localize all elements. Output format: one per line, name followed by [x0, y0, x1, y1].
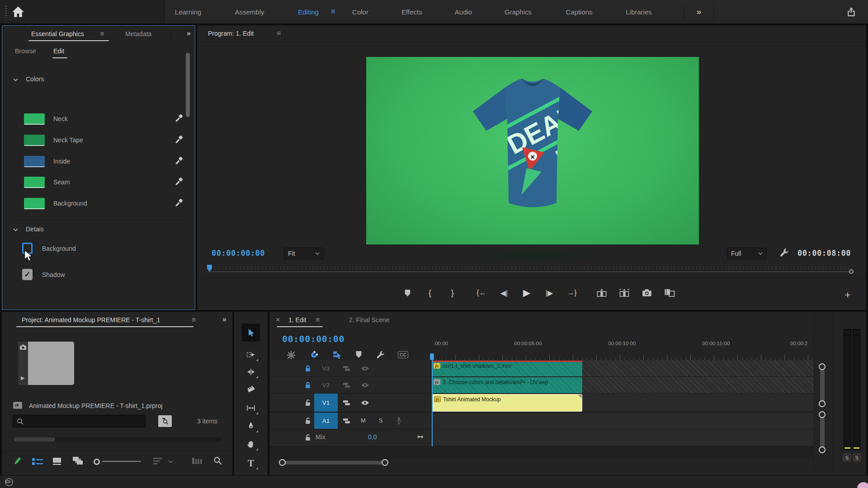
workspace-menu-icon[interactable]: ≡ — [331, 0, 335, 23]
track-content-v1[interactable]: fx Tshirt Animated Mockup — [432, 394, 814, 412]
razor-tool[interactable] — [242, 381, 260, 397]
workspace-tab-assembly[interactable]: Assembly — [235, 0, 264, 23]
slip-tool[interactable] — [242, 400, 260, 416]
voiceover-mic-icon[interactable] — [396, 417, 402, 425]
mix-volume-value[interactable]: 0,0 — [368, 433, 377, 441]
workspace-tab-libraries[interactable]: Libraries — [626, 0, 652, 23]
details-section-chevron-icon[interactable] — [13, 228, 18, 231]
lock-open-icon[interactable] — [305, 417, 311, 425]
selection-tool[interactable] — [242, 324, 260, 342]
colors-section-header[interactable]: Colors — [26, 75, 44, 83]
export-frame-camera-icon[interactable] — [640, 289, 654, 297]
comparison-view-button[interactable] — [663, 289, 676, 297]
essential-graphics-scrollbar[interactable] — [186, 53, 190, 117]
tab-metadata[interactable]: Metadata — [125, 30, 151, 38]
track-resize-handle[interactable] — [819, 446, 826, 453]
nest-sequences-icon[interactable] — [287, 351, 296, 360]
search-bin-button[interactable] — [158, 415, 172, 427]
workspace-tab-effects[interactable]: Effects — [401, 0, 422, 23]
eyedropper-icon[interactable] — [175, 114, 183, 122]
color-swatch-neck[interactable] — [24, 113, 45, 125]
track-output-eye-icon[interactable] — [361, 383, 369, 388]
timeline-settings-wrench-icon[interactable] — [376, 350, 385, 359]
track-content-v2[interactable]: fx 3. Choose colors and details/amPr - U… — [432, 377, 814, 394]
pen-tool[interactable] — [242, 418, 260, 434]
workspace-tab-learning[interactable]: Learning — [175, 0, 201, 23]
track-output-eye-icon[interactable] — [361, 366, 369, 371]
timeline-hzoom-handle-right[interactable] — [382, 459, 388, 466]
essential-graphics-panel-menu-icon[interactable]: ≡ — [100, 30, 104, 38]
track-resize-handle[interactable] — [819, 400, 826, 407]
sync-lock-icon[interactable] — [343, 366, 350, 371]
playback-resolution-select[interactable]: Full — [727, 248, 767, 259]
program-settings-wrench-icon[interactable] — [779, 248, 789, 258]
extract-button[interactable] — [618, 289, 631, 297]
workspace-tab-color[interactable]: Color — [352, 0, 368, 23]
timeline-empty-area[interactable] — [269, 446, 814, 459]
workspace-tab-graphics[interactable]: Graphics — [505, 0, 532, 23]
workspace-overflow-icon[interactable]: » — [697, 0, 701, 23]
project-panel-overflow-icon[interactable]: » — [222, 315, 226, 324]
lock-closed-icon[interactable] — [305, 365, 311, 372]
column-settings-icon[interactable] — [192, 457, 203, 465]
captions-display-icon[interactable]: CC — [398, 351, 408, 358]
hand-tool[interactable] — [242, 436, 260, 452]
type-tool[interactable]: T — [242, 455, 260, 471]
zoom-level-select[interactable]: Fit — [284, 248, 324, 259]
eyedropper-icon[interactable] — [175, 136, 183, 144]
solo-button[interactable]: S — [379, 417, 383, 424]
program-monitor-title[interactable]: Program: 1. Edit — [208, 30, 254, 37]
color-swatch-seam[interactable] — [24, 177, 45, 188]
sort-icon[interactable] — [153, 457, 163, 465]
color-swatch-background[interactable] — [24, 198, 45, 209]
timeline-playhead-line[interactable] — [432, 359, 433, 446]
keyframe-nav-icon[interactable]: ▸◂ — [418, 433, 422, 440]
project-panel-menu-icon[interactable]: ≡ — [192, 316, 196, 324]
color-swatch-neck-tape[interactable] — [24, 135, 45, 146]
project-search-box[interactable] — [13, 415, 146, 427]
mute-button[interactable]: M — [361, 417, 366, 424]
mark-in-button[interactable]: { — [423, 288, 437, 298]
essential-graphics-overflow-icon[interactable]: » — [187, 29, 191, 38]
writable-pencil-icon[interactable] — [13, 456, 22, 466]
color-swatch-inside[interactable] — [24, 156, 45, 167]
icon-view-icon[interactable] — [52, 457, 61, 465]
program-current-timecode[interactable]: 00:00:00:00 — [212, 249, 265, 258]
zoom-slider-knob[interactable] — [93, 458, 100, 465]
sequence-tab-1-edit[interactable]: 1. Edit — [288, 316, 307, 324]
eyedropper-icon[interactable] — [175, 178, 183, 186]
subtab-edit[interactable]: Edit — [53, 47, 64, 55]
ripple-edit-tool[interactable] — [242, 364, 260, 380]
timeline-hzoom-handle-left[interactable] — [279, 459, 286, 466]
project-preview-thumbnail[interactable]: ▶ — [18, 342, 74, 385]
snap-magnet-icon[interactable] — [309, 350, 319, 360]
meter-solo-right-button[interactable]: S — [853, 454, 861, 461]
project-panel-title[interactable]: Project: Animated Mockup PREMIERE - T-sh… — [22, 316, 160, 324]
zoom-slider-track[interactable] — [102, 461, 141, 462]
track-name-v1[interactable]: V1 — [314, 394, 338, 412]
home-icon[interactable] — [12, 6, 24, 18]
play-button[interactable]: ▶ — [520, 287, 533, 298]
lock-closed-icon[interactable] — [305, 381, 311, 389]
lift-button[interactable] — [595, 289, 609, 297]
sync-lock-icon[interactable] — [343, 400, 350, 406]
program-seekbar-track[interactable] — [208, 272, 853, 272]
track-resize-handle[interactable] — [819, 363, 826, 370]
add-marker-button[interactable] — [401, 289, 414, 297]
subtab-browse[interactable]: Browse — [15, 47, 36, 55]
sync-lock-icon[interactable] — [343, 418, 350, 424]
clip-v3-shadows-mov[interactable]: fx scn1-t_shirt-shadows_2.mov — [432, 361, 582, 376]
workspace-tab-editing[interactable]: Editing — [298, 0, 319, 23]
project-hscroll-handle[interactable] — [14, 437, 55, 441]
share-export-icon[interactable] — [846, 7, 856, 17]
track-select-forward-tool[interactable] — [242, 347, 260, 362]
sort-chevron-icon[interactable] — [168, 460, 173, 463]
colors-section-chevron-icon[interactable] — [13, 78, 18, 81]
workspace-tab-audio[interactable]: Audio — [455, 0, 472, 23]
track-content-mix[interactable] — [432, 429, 814, 446]
shadow-checkbox[interactable]: ✓ — [22, 269, 33, 280]
drag-handle[interactable] — [5, 6, 7, 18]
tab-essential-graphics[interactable]: Essential Graphics — [31, 30, 84, 38]
preview-play-icon[interactable]: ▶ — [21, 375, 24, 381]
track-name-a1[interactable]: A1 — [314, 413, 338, 429]
